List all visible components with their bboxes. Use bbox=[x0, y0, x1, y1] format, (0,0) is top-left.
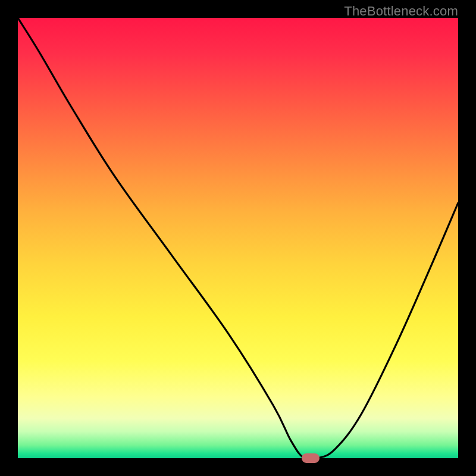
bottleneck-curve bbox=[18, 18, 458, 458]
bottleneck-chart: TheBottleneck.com bbox=[0, 0, 476, 476]
watermark-text: TheBottleneck.com bbox=[344, 4, 458, 19]
optimal-marker bbox=[302, 453, 320, 463]
plot-area bbox=[18, 18, 458, 458]
